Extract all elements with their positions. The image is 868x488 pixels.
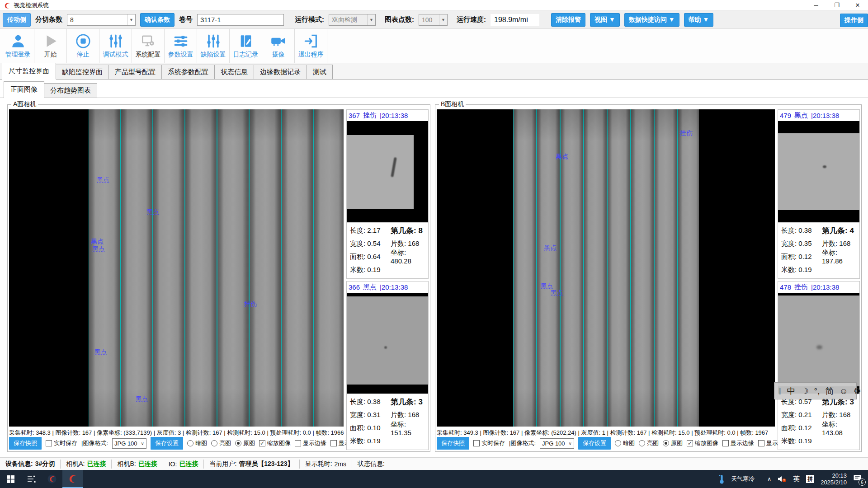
strip-image [513,109,699,427]
drive-side-button[interactable]: 传动侧 [3,13,31,27]
roll-number-input[interactable] [197,14,284,26]
tab-system-param-config[interactable]: 系统参数配置 [161,65,215,79]
chart-points-select[interactable]: 100 ▼ [419,14,448,26]
realtime-save-checkbox[interactable]: 实时保存 [46,439,77,447]
realtime-save-checkbox[interactable]: 实时保存 [473,439,505,447]
checkbox-checked-icon: ✓ [259,440,265,446]
play-icon [43,33,58,49]
image-format-label: |图像格式: [81,439,108,447]
moon-icon[interactable]: ☽ [801,387,809,395]
tab-size-monitor[interactable]: 尺寸监控界面 [2,63,56,80]
taskbar-clock[interactable]: 20:13 2025/2/10 [821,472,847,486]
speaker-muted-icon[interactable] [778,475,787,483]
stop-button[interactable]: 停止 [67,29,99,63]
save-settings-button[interactable]: 保存设置 [578,437,611,450]
notification-center-button[interactable]: 6 [853,474,863,484]
capture-image-button[interactable]: 摄像 [262,29,295,63]
save-settings-button[interactable]: 保存设置 [151,437,183,450]
minimize-button[interactable]: ─ [806,0,826,10]
close-button[interactable]: ✕ [847,0,868,10]
parameter-settings-button[interactable]: 参数设置 [165,29,197,63]
log-record-button[interactable]: 日志记录 [230,29,262,63]
defect-thumbnail[interactable] [347,121,428,222]
start-button[interactable] [0,470,21,488]
start-button[interactable]: 开始 [34,29,67,63]
show-edge-checkbox[interactable]: 显示边缘 [722,439,754,447]
device-info: 设备信息:3#分切 [0,460,61,469]
status-item-label: 图像计数: [483,429,509,436]
defect-thumbnail[interactable] [778,293,859,394]
thermometer-icon[interactable] [719,474,725,484]
clear-alarm-button[interactable]: 清除报警 [551,13,585,27]
defect-thumbnail[interactable] [778,121,859,222]
maximize-button[interactable]: ❐ [826,0,847,10]
defect-header: 478 挫伤 |20:13:38 [778,282,859,293]
gear-icon[interactable]: ⚙ [854,387,861,395]
view-menu-button[interactable]: 视图 ▼ [590,13,620,27]
operate-side-button[interactable]: 操作侧 [840,14,868,27]
help-menu-button[interactable]: 帮助 ▼ [684,13,714,27]
image-format-select[interactable]: JPG 100∨ [112,438,146,449]
save-snapshot-button[interactable]: 保存快照 [437,437,469,450]
defect-card[interactable]: 478 挫伤 |20:13:38 长度: 0.57 第几条: 3 宽度: 0.2… [778,281,860,450]
camera-b-image[interactable]: 挫伤黑点黑点黑点黑点 [437,109,775,427]
defect-card[interactable]: 479 黑点 |20:13:38 长度: 0.38 第几条: 4 宽度: 0.3… [778,109,860,279]
defect-label: 黑点 [97,176,109,184]
save-snapshot-button[interactable]: 保存快照 [9,437,42,450]
tab-edge-data-record[interactable]: 边缘数据记录 [254,65,307,79]
image-format-select[interactable]: JPG 100∨ [540,438,574,449]
icon-toolbar: 管理登录 开始 停止 调试模式 系统配置 参数设置 缺陷设置 日志记录 [0,29,868,63]
data-quick-access-button[interactable]: 数据快捷访问 ▼ [624,13,679,27]
tab-defect-monitor[interactable]: 缺陷监控界面 [56,65,109,79]
defect-settings-button[interactable]: 缺陷设置 [197,29,230,63]
exit-program-button[interactable]: 退出程序 [295,29,327,63]
punctuation-mode-icon[interactable]: °, [814,387,820,395]
run-mode-select[interactable]: 双面检测 ▼ [329,14,376,26]
debug-mode-button[interactable]: 调试模式 [99,29,132,63]
confirm-strips-button[interactable]: 确认条数 [140,13,175,27]
zoom-image-checkbox[interactable]: ✓缩放图像 [259,439,291,447]
defect-thumbnail[interactable] [347,293,428,394]
date: 2025/2/10 [821,479,847,486]
zoom-image-checkbox[interactable]: ✓缩放图像 [687,439,718,447]
dark-image-radio[interactable]: 暗图 [187,439,207,447]
language-indicator[interactable]: 英 [793,475,800,483]
ime-language-mode[interactable]: 中 [787,387,796,395]
thumbnail-material [347,135,414,209]
display-time: 显示耗时:2ms [300,460,352,469]
ime-drag-handle[interactable]: ∥ [778,387,782,395]
defect-card[interactable]: 367 挫伤 |20:13:38 长度: 2.17 第几条: 8 宽度: 0.5… [346,109,429,279]
hidden-icons-chevron[interactable]: ∧ [767,476,771,482]
dark-image-radio[interactable]: 暗图 [615,439,635,447]
taskbar-pinned-app[interactable] [21,470,42,488]
defect-card[interactable]: 366 黑点 |20:13:38 长度: 0.38 第几条: 3 宽度: 0.3… [346,281,429,450]
main-tab-bar: 尺寸监控界面 缺陷监控界面 产品型号配置 系统参数配置 状态信息 边缘数据记录 … [0,63,868,80]
status-item-value: 1967 [755,429,768,436]
tab-product-model-config[interactable]: 产品型号配置 [108,65,162,79]
camera-a-image[interactable]: 黑点黑点黑点黑点挫伤黑点黑点 [9,109,344,427]
bright-image-radio[interactable]: 亮图 [639,439,659,447]
checkbox-icon [295,440,301,446]
taskbar-active-app[interactable] [62,470,83,488]
emoji-icon[interactable]: ☺ [839,387,848,395]
defect-type: 挫伤 [363,111,377,120]
taskbar-app-icon[interactable] [42,470,62,488]
status-item-value: 3 [178,429,181,436]
status-item-label: 像素坐标: [524,429,551,436]
tab-test[interactable]: 测试 [307,65,333,79]
admin-login-button[interactable]: 管理登录 [2,29,34,63]
strip-count-select[interactable]: 8 ▼ [67,14,136,26]
tab-status-info[interactable]: 状态信息 [214,65,254,79]
simplified-chinese-mode[interactable]: 简 [825,387,834,395]
original-image-radio[interactable]: 原图 [235,439,255,447]
windows-logo-icon [7,475,14,483]
system-config-button[interactable]: 系统配置 [132,29,165,63]
bright-image-radio[interactable]: 亮图 [211,439,231,447]
subtab-front-image[interactable]: 正面图像 [4,81,44,98]
weather-text[interactable]: 天气寒冷 [731,475,755,483]
pinyin-ime-indicator[interactable]: 拼 [806,475,814,483]
original-image-radio[interactable]: 原图 [663,439,683,447]
chevron-down-icon: ▼ [367,14,375,25]
subtab-trend-chart[interactable]: 分布趋势图表 [44,83,97,98]
show-edge-checkbox[interactable]: 显示边缘 [295,439,326,447]
